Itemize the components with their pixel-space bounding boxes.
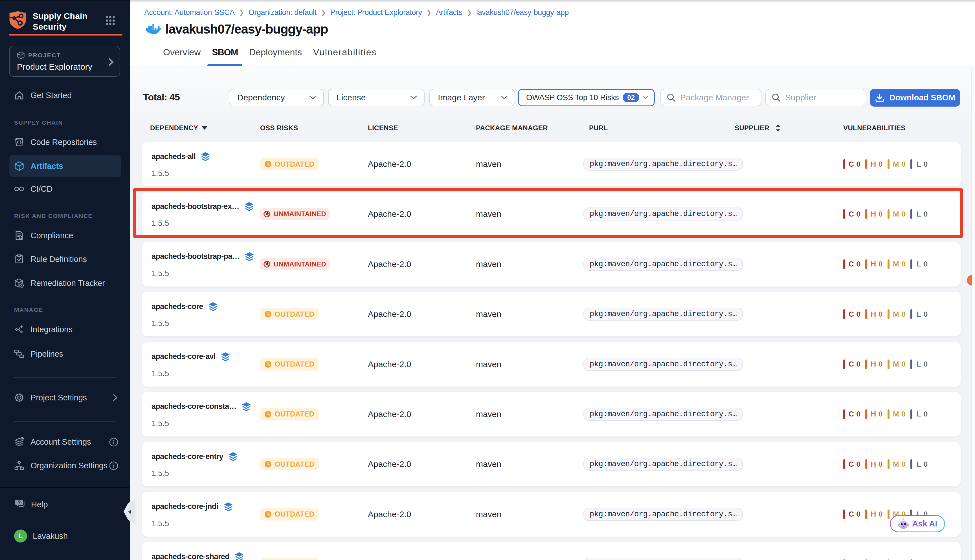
svg-text:?: ? <box>18 500 21 505</box>
